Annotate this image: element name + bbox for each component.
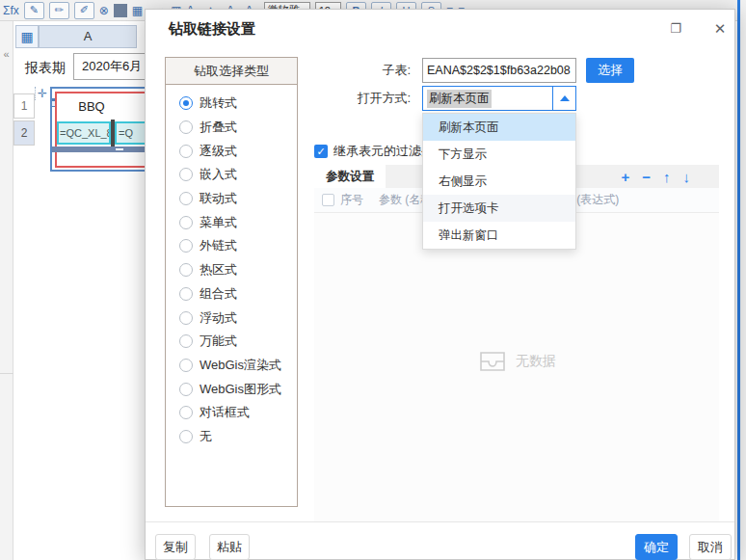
open-mode-dropdown: 刷新本页面下方显示右侧显示打开选项卡弹出新窗口	[422, 113, 576, 250]
open-mode-option[interactable]: 弹出新窗口	[423, 222, 575, 249]
drill-type-label: WebGis图形式	[200, 381, 281, 398]
brush-icon: ✐	[80, 4, 89, 16]
drill-type-option[interactable]: WebGis图形式	[179, 377, 297, 401]
pen-tool-button[interactable]: ✎	[24, 2, 44, 19]
drill-type-label: 折叠式	[200, 119, 237, 136]
cancel-button[interactable]: 取消	[689, 534, 732, 560]
move-handle-icon[interactable]: ✛	[35, 87, 47, 100]
drill-type-option[interactable]: 折叠式	[179, 116, 297, 140]
remove-icon[interactable]: −	[642, 170, 651, 184]
empty-state: 无数据	[314, 350, 719, 373]
drill-type-option[interactable]: 联动式	[179, 187, 297, 211]
copy-button[interactable]: 复制	[155, 534, 196, 560]
radio-icon[interactable]	[179, 168, 193, 181]
table-icon[interactable]: ▦	[132, 2, 143, 19]
radio-icon[interactable]	[179, 311, 193, 325]
drill-type-option[interactable]: 万能式	[179, 330, 297, 354]
paste-button[interactable]: 粘贴	[209, 534, 250, 560]
column-header-a[interactable]: A	[39, 25, 137, 48]
edit-icon: ✏	[55, 4, 64, 16]
empty-state-text: 无数据	[516, 353, 556, 370]
parameter-table-body: 无数据	[314, 213, 719, 521]
drill-type-label: 联动式	[200, 190, 237, 207]
dialog-title: 钻取链接设置	[169, 20, 255, 39]
drill-type-label: 热区式	[200, 261, 237, 279]
cell-formula-left[interactable]: =QC_XL_8⤓	[57, 121, 111, 145]
drill-type-label: 万能式	[200, 333, 237, 350]
collapse-chevron-icon[interactable]: «	[0, 48, 13, 60]
radio-icon[interactable]	[179, 287, 193, 301]
drill-type-option[interactable]: 外链式	[179, 234, 297, 258]
open-mode-label: 打开方式:	[319, 86, 411, 111]
open-mode-option[interactable]: 刷新本页面	[423, 114, 575, 141]
row-header-2[interactable]: 2	[13, 120, 35, 146]
drill-type-option[interactable]: 对话框式	[179, 401, 297, 425]
drill-type-label: 无	[200, 428, 212, 445]
footer-divider	[146, 521, 734, 522]
cell-bbq[interactable]: BBQ	[57, 93, 126, 120]
left-collapse-strip[interactable]: «	[0, 21, 13, 560]
report-period-label: 报表期	[25, 60, 66, 77]
open-mode-option[interactable]: 下方显示	[423, 141, 575, 168]
radio-icon[interactable]	[179, 334, 193, 348]
cell-fill-icon[interactable]	[114, 4, 127, 17]
clear-icon[interactable]: ⊗	[99, 2, 109, 19]
tab-parameter-settings[interactable]: 参数设置	[314, 165, 386, 188]
drill-type-label: 菜单式	[200, 214, 237, 231]
ok-button[interactable]: 确定	[635, 534, 678, 560]
radio-icon[interactable]	[179, 430, 193, 443]
radio-icon[interactable]	[179, 406, 193, 419]
drill-type-label: 外链式	[200, 237, 237, 254]
drill-type-option[interactable]: 嵌入式	[179, 163, 297, 187]
edit-tool-button[interactable]: ✏	[49, 2, 69, 19]
drill-type-option[interactable]: 无	[179, 425, 297, 449]
pen-icon: ✎	[30, 4, 39, 16]
drill-type-option[interactable]: 热区式	[179, 258, 297, 282]
row-header-1[interactable]: 1	[13, 93, 35, 119]
open-mode-select[interactable]: 刷新本页面	[422, 86, 576, 111]
maximize-icon[interactable]: ❐	[664, 17, 687, 40]
subtable-select-button[interactable]: 选择	[586, 58, 634, 83]
drill-type-panel-header: 钻取选择类型	[166, 58, 297, 85]
move-up-icon[interactable]: ↑	[663, 170, 671, 184]
drill-type-label: 浮动式	[200, 309, 237, 327]
add-icon[interactable]: +	[621, 170, 629, 184]
drill-type-option[interactable]: 浮动式	[179, 306, 297, 330]
subtable-input[interactable]: EANA$2$2$1$fb63a22b08	[422, 58, 576, 83]
drill-type-label: 组合式	[200, 285, 237, 303]
drill-type-option[interactable]: 组合式	[179, 282, 297, 307]
open-mode-option[interactable]: 右侧显示	[423, 168, 575, 195]
drill-type-option[interactable]: 菜单式	[179, 210, 297, 234]
strip-divider	[0, 373, 13, 374]
right-strip	[740, 0, 746, 560]
open-mode-option[interactable]: 打开选项卡	[423, 195, 575, 222]
open-mode-value: 刷新本页面	[427, 90, 492, 108]
drill-type-option[interactable]: WebGis渲染式	[179, 354, 297, 378]
drill-type-option[interactable]: 逐级式	[179, 139, 297, 163]
drill-type-label: WebGis渲染式	[200, 357, 281, 374]
open-mode-arrow-button[interactable]	[552, 87, 575, 110]
radio-icon[interactable]	[179, 359, 193, 372]
drill-type-label: 逐级式	[200, 143, 237, 160]
subtable-label: 子表:	[319, 58, 411, 83]
drill-type-label: 对话框式	[200, 404, 250, 421]
radio-icon[interactable]	[179, 263, 193, 277]
sheet-corner-button[interactable]: ▦	[15, 25, 39, 48]
drill-type-panel: 钻取选择类型 跳转式折叠式逐级式嵌入式联动式菜单式外链式热区式组合式浮动式万能式…	[165, 57, 298, 507]
drill-type-label: 跳转式	[200, 94, 237, 112]
inherit-filter-checkbox[interactable]: ✓	[314, 145, 328, 158]
radio-icon[interactable]	[179, 383, 193, 396]
radio-icon[interactable]	[179, 239, 193, 253]
radio-icon[interactable]	[179, 120, 193, 134]
select-all-checkbox[interactable]	[322, 194, 334, 206]
radio-icon[interactable]	[179, 192, 193, 205]
move-down-icon[interactable]: ↓	[683, 170, 691, 184]
radio-icon[interactable]	[179, 216, 193, 229]
radio-icon[interactable]	[179, 96, 193, 110]
brush-tool-button[interactable]: ✐	[74, 2, 94, 19]
drill-type-option[interactable]: 跳转式	[179, 92, 297, 116]
close-icon[interactable]: ✕	[708, 17, 732, 40]
radio-icon[interactable]	[179, 145, 193, 158]
drill-type-label: 嵌入式	[200, 166, 237, 183]
formula-icon[interactable]: Σfx	[3, 2, 19, 19]
